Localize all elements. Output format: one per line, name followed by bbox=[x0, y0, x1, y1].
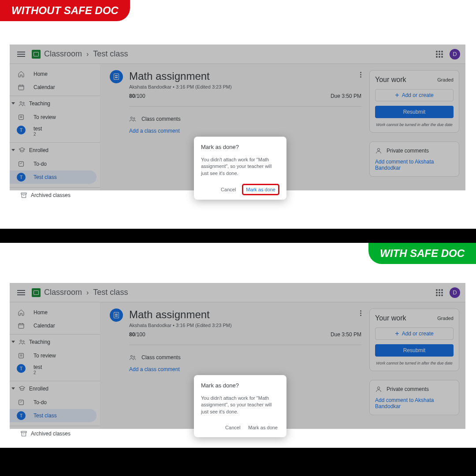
mark-as-done-button[interactable]: Mark as done bbox=[246, 422, 279, 433]
footer-band bbox=[0, 448, 476, 476]
dialog-title: Mark as done? bbox=[201, 382, 279, 389]
dialog-body: You didn't attach work for "Math assignm… bbox=[201, 395, 279, 415]
confirm-dialog: Mark as done? You didn't attach work for… bbox=[194, 137, 286, 200]
dialog-body: You didn't attach work for "Math assignm… bbox=[201, 156, 279, 177]
cancel-button[interactable]: Cancel bbox=[223, 422, 242, 433]
mark-as-done-button[interactable]: Mark as done bbox=[242, 184, 279, 195]
screenshot-without-safe-doc: Classroom › Test class D Home Calendar T… bbox=[10, 45, 465, 190]
svg-rect-5 bbox=[21, 193, 26, 194]
banner-without-safe-doc: WITHOUT SAFE DOC bbox=[0, 0, 130, 21]
divider-band bbox=[0, 229, 476, 243]
banner-with-safe-doc: WITH SAFE DOC bbox=[368, 243, 476, 264]
confirm-dialog: Mark as done? You didn't attach work for… bbox=[194, 375, 286, 437]
screenshot-with-safe-doc: Classroom › Test class D Home Calendar T… bbox=[10, 283, 465, 429]
cancel-button[interactable]: Cancel bbox=[219, 184, 238, 195]
dialog-title: Mark as done? bbox=[201, 144, 279, 150]
sidebar-label: Archived classes bbox=[31, 431, 71, 437]
sidebar-label: Archived classes bbox=[31, 192, 71, 198]
svg-rect-14 bbox=[21, 431, 26, 432]
